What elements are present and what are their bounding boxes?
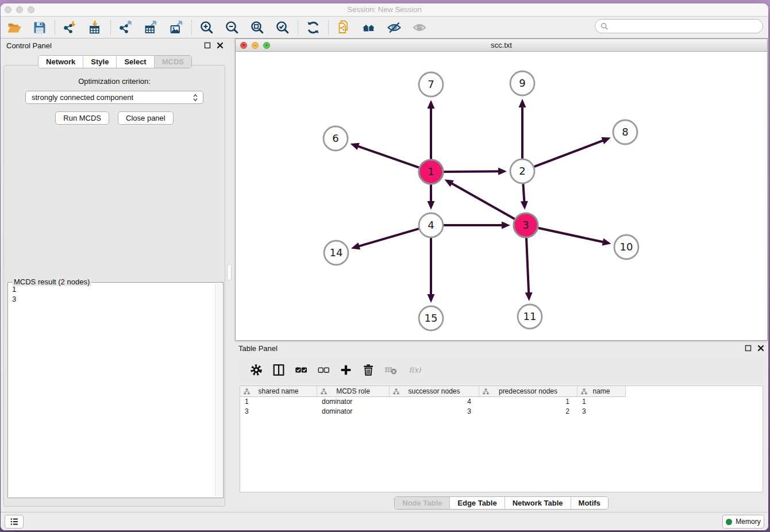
- edge-4-14[interactable]: [358, 229, 419, 246]
- cell-successor-nodes[interactable]: 3: [390, 407, 479, 417]
- app-titlebar: Session: New Session: [1, 3, 768, 17]
- table-row-3[interactable]: 3dominator323: [240, 407, 763, 417]
- tab-edge-table[interactable]: Edge Table: [450, 497, 505, 509]
- network-window-controls: ✕ − +: [240, 42, 270, 49]
- export-image-icon[interactable]: [168, 20, 184, 36]
- node-label-1: 1: [428, 165, 434, 178]
- import-table-icon[interactable]: [87, 20, 103, 36]
- tab-network-table[interactable]: Network Table: [505, 497, 571, 509]
- edge-arrowhead-4-14: [351, 242, 360, 250]
- zoom-fit-content-icon[interactable]: [249, 20, 265, 36]
- task-history-button[interactable]: [5, 515, 24, 529]
- panel-splitter-handle-vertical[interactable]: [227, 264, 232, 281]
- edge-3-11[interactable]: [526, 238, 529, 294]
- memory-button[interactable]: Memory: [722, 515, 764, 529]
- toggle-columns-icon[interactable]: [271, 363, 286, 377]
- network-window-close-button[interactable]: ✕: [240, 42, 247, 49]
- network-canvas[interactable]: 1234678910111415: [236, 52, 767, 340]
- tab-network[interactable]: Network: [38, 56, 83, 68]
- mcds-result-scrollbar[interactable]: [215, 284, 222, 496]
- save-session-icon[interactable]: [32, 20, 48, 36]
- zoom-out-icon[interactable]: [224, 20, 240, 36]
- edge-2-3[interactable]: [523, 184, 524, 202]
- cell-MCDS-role[interactable]: dominator: [317, 407, 390, 417]
- column-type-icon: [483, 388, 489, 396]
- column-header-shared-name[interactable]: shared name: [240, 386, 317, 397]
- network-window-titlebar[interactable]: ✕ − + scc.txt: [236, 39, 767, 52]
- cell-predecessor-nodes[interactable]: 2: [479, 407, 578, 417]
- delete-entry-icon[interactable]: [361, 363, 376, 377]
- first-neighbors-icon[interactable]: [361, 20, 377, 36]
- network-window-minimize-button[interactable]: −: [252, 42, 259, 49]
- control-panel-close-button[interactable]: [216, 41, 224, 49]
- memory-label: Memory: [736, 518, 760, 526]
- edge-arrowhead-1-7: [428, 100, 435, 109]
- optimization-criterion-dropdown[interactable]: strongly connected component: [25, 91, 203, 104]
- column-type-icon: [244, 388, 250, 396]
- toolbar-separator: [328, 20, 329, 35]
- table-panel-header: Table Panel: [235, 342, 768, 356]
- function-builder-icon: f(x): [406, 363, 425, 377]
- edge-1-2[interactable]: [444, 171, 499, 172]
- node-label-14: 14: [330, 246, 343, 259]
- dropdown-stepper-icon: [191, 93, 200, 104]
- column-header-successor-nodes[interactable]: successor nodes: [390, 386, 479, 397]
- settings-icon[interactable]: [249, 363, 264, 377]
- mcds-result-legend: MCDS result (2 nodes): [12, 277, 91, 286]
- edge-1-6[interactable]: [357, 146, 419, 168]
- cell-successor-nodes[interactable]: 4: [390, 397, 479, 407]
- edge-arrowhead-1-4: [428, 201, 435, 210]
- workspace: Control Panel NetworkStyleSelectMCDS Opt…: [1, 38, 768, 512]
- import-network-icon[interactable]: [62, 20, 78, 36]
- column-header-name[interactable]: name: [578, 386, 626, 397]
- table-panel-close-button[interactable]: [757, 344, 764, 352]
- table-row-1[interactable]: 1dominator411: [240, 397, 763, 407]
- dropdown-selected-value: strongly connected component: [32, 93, 133, 102]
- edge-3-10[interactable]: [538, 228, 604, 242]
- search-input[interactable]: [612, 22, 757, 30]
- edge-arrowhead-3-10: [602, 238, 611, 246]
- zoom-selected-icon[interactable]: [275, 20, 291, 36]
- table-panel-float-button[interactable]: [744, 344, 752, 352]
- tab-mcds[interactable]: MCDS: [155, 56, 191, 68]
- tab-node-table[interactable]: Node Table: [395, 497, 450, 509]
- edge-3-1[interactable]: [451, 183, 515, 219]
- close-panel-button[interactable]: Close panel: [118, 111, 174, 125]
- run-mcds-button[interactable]: Run MCDS: [55, 111, 109, 125]
- tab-style[interactable]: Style: [83, 56, 117, 68]
- control-panel-float-button[interactable]: [203, 41, 211, 49]
- zoom-in-icon[interactable]: [199, 20, 215, 36]
- cell-MCDS-role[interactable]: dominator: [317, 397, 390, 407]
- network-view-window: ✕ − + scc.txt 1234678910111415: [235, 38, 768, 341]
- select-all-icon[interactable]: [294, 363, 309, 377]
- edge-2-8[interactable]: [534, 140, 604, 167]
- column-header-predecessor-nodes[interactable]: predecessor nodes: [479, 386, 578, 397]
- memory-status-icon: [726, 519, 732, 525]
- tab-motifs[interactable]: Motifs: [571, 497, 608, 509]
- open-session-icon[interactable]: [6, 20, 22, 36]
- cell-name[interactable]: 3: [578, 407, 626, 417]
- apply-layout-icon[interactable]: [305, 20, 321, 36]
- control-panel-title: Control Panel: [6, 41, 52, 50]
- network-window-zoom-button[interactable]: +: [263, 42, 270, 49]
- new-network-from-selection-icon[interactable]: [336, 20, 352, 36]
- control-panel: Control Panel NetworkStyleSelectMCDS Opt…: [3, 39, 227, 510]
- cell-predecessor-nodes[interactable]: 1: [479, 397, 578, 407]
- column-header-MCDS-role[interactable]: MCDS role: [317, 386, 390, 397]
- edge-arrowhead-2-3: [521, 201, 528, 210]
- add-entry-icon[interactable]: [338, 363, 353, 377]
- deselect-all-icon[interactable]: [316, 363, 331, 377]
- export-table-icon[interactable]: [143, 20, 159, 36]
- column-header-label: successor nodes: [408, 387, 460, 395]
- hide-selected-icon[interactable]: [386, 20, 402, 36]
- export-network-icon[interactable]: [118, 20, 134, 36]
- mcds-result-box[interactable]: MCDS result (2 nodes) 1 3: [7, 282, 224, 498]
- tab-select[interactable]: Select: [117, 56, 154, 68]
- svg-text:f(x): f(x): [409, 366, 422, 374]
- table-panel-tabs: Node TableEdge TableNetwork TableMotifs: [235, 496, 768, 510]
- cell-shared-name[interactable]: 3: [240, 407, 317, 417]
- search-box[interactable]: [595, 19, 763, 33]
- cell-name[interactable]: 1: [578, 397, 626, 407]
- show-all-icon: [411, 20, 428, 36]
- cell-shared-name[interactable]: 1: [240, 397, 317, 407]
